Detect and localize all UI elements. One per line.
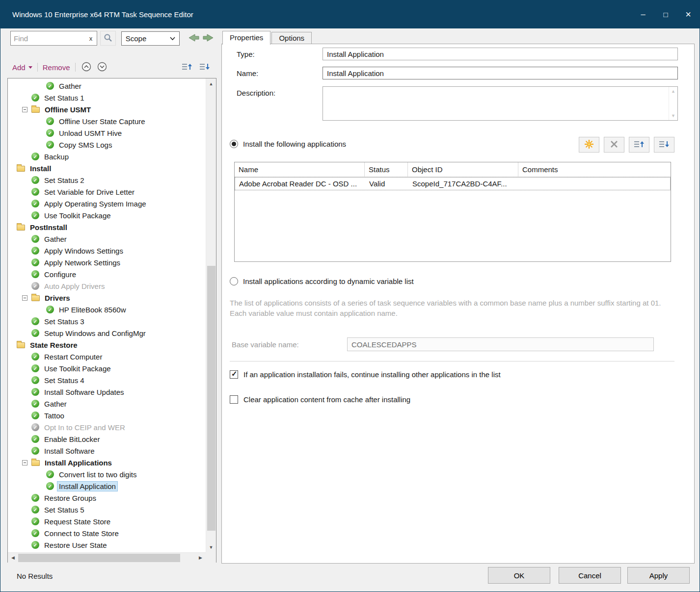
maximize-button[interactable] <box>654 0 677 28</box>
scope-dropdown[interactable]: Scope <box>121 31 180 46</box>
ok-button[interactable]: OK <box>488 567 550 584</box>
scroll-up-arrow-icon[interactable] <box>206 78 216 89</box>
find-input[interactable] <box>14 34 88 43</box>
tree-item-label: Set Status 4 <box>43 376 86 385</box>
add-button[interactable]: Add <box>12 63 32 72</box>
collapse-all-button[interactable] <box>81 61 92 73</box>
tree-item[interactable]: Set Variable for Drive Letter <box>8 186 206 198</box>
expand-all-button[interactable] <box>96 61 108 73</box>
tree-vertical-scrollbar[interactable] <box>206 78 216 552</box>
tree-item[interactable]: Install Software Updates <box>8 386 206 398</box>
tree-item[interactable]: Use Toolkit Package <box>8 209 206 221</box>
tree-collapse-expander-icon[interactable] <box>22 295 27 301</box>
move-application-up-button[interactable] <box>629 137 649 153</box>
tree-item[interactable]: Setup Windows and ConfigMgr <box>8 327 206 339</box>
column-header-comments[interactable]: Comments <box>518 162 671 177</box>
type-field[interactable] <box>323 48 678 60</box>
tree-item[interactable]: Offline USMT <box>8 103 206 115</box>
tree-item[interactable]: Tattoo <box>8 410 206 421</box>
new-application-button[interactable] <box>579 137 599 153</box>
cancel-button[interactable]: Cancel <box>559 567 621 584</box>
find-previous-button[interactable] <box>186 31 201 46</box>
base-variable-field[interactable] <box>347 337 654 351</box>
tree-item[interactable]: Apply Windows Settings <box>8 245 206 257</box>
tree-item[interactable]: Set Status 5 <box>8 504 206 515</box>
tree-item[interactable]: Gather <box>8 233 206 245</box>
apply-button[interactable]: Apply <box>627 567 690 584</box>
tree-item[interactable]: Configure <box>8 268 206 280</box>
expand-all-icon <box>97 61 108 74</box>
column-header-name[interactable]: Name <box>235 162 365 177</box>
tree-item[interactable]: Drivers <box>8 292 206 304</box>
tree-item[interactable]: Auto Apply Drivers <box>8 280 206 292</box>
install-apps-radio[interactable]: Install the following applications <box>230 140 346 148</box>
tree-item[interactable]: Apply Operating System Image <box>8 198 206 209</box>
tree-item[interactable]: Install Software <box>8 445 206 457</box>
tree-item[interactable]: Apply Network Settings <box>8 257 206 268</box>
name-field[interactable] <box>323 67 678 79</box>
description-field[interactable] <box>323 87 669 120</box>
vertical-scrollbar-thumb[interactable] <box>207 266 215 531</box>
search-button[interactable] <box>100 31 116 46</box>
application-row[interactable]: Adobe Acrobat Reader DC - OSD ...ValidSc… <box>235 177 671 190</box>
step-check-icon <box>31 94 39 102</box>
minimize-button[interactable] <box>632 0 654 28</box>
tree-item[interactable]: Set Status 3 <box>8 315 206 327</box>
tree-item[interactable]: HP EliteBook 8560w <box>8 304 206 315</box>
tree-item[interactable]: Convert list to two digits <box>8 468 206 480</box>
scroll-left-arrow-icon[interactable] <box>8 553 18 563</box>
horizontal-scrollbar-thumb[interactable] <box>18 554 180 562</box>
close-button[interactable] <box>677 0 700 28</box>
clear-find-button[interactable]: x <box>88 35 94 42</box>
tree-horizontal-scrollbar[interactable] <box>8 552 206 563</box>
tree-item[interactable]: Unload USMT Hive <box>8 127 206 139</box>
scroll-up-arrow-icon[interactable] <box>671 89 675 94</box>
tree-item[interactable]: Install <box>8 162 206 174</box>
scroll-right-arrow-icon[interactable] <box>195 553 206 563</box>
find-next-button[interactable] <box>201 31 216 46</box>
step-check-icon <box>31 506 39 514</box>
tree-item[interactable]: Use Toolkit Package <box>8 362 206 374</box>
tree-item[interactable]: State Restore <box>8 339 206 351</box>
continue-on-fail-checkbox[interactable]: If an application installation fails, co… <box>230 370 501 379</box>
tree-item[interactable]: Enable BitLocker <box>8 433 206 445</box>
tree-item-label: Backup <box>43 152 70 161</box>
tree-item[interactable]: Restore Groups <box>8 492 206 504</box>
step-check-icon <box>46 82 54 90</box>
move-step-down-button[interactable] <box>198 61 212 74</box>
tree-item[interactable]: Gather <box>8 398 206 410</box>
tree-item[interactable]: Restore User State <box>8 539 206 551</box>
tree-item[interactable]: Restart Computer <box>8 351 206 362</box>
tree-item[interactable]: Backup <box>8 151 206 162</box>
tree-item[interactable]: Set Status 1 <box>8 92 206 103</box>
tree-item[interactable]: Offline User State Capture <box>8 115 206 127</box>
tree-collapse-expander-icon[interactable] <box>22 460 27 465</box>
scroll-down-arrow-icon[interactable] <box>671 113 675 118</box>
tree-item[interactable]: Gather <box>8 80 206 92</box>
tree-item[interactable]: Install Applications <box>8 457 206 468</box>
tree-item[interactable]: PostInstall <box>8 221 206 233</box>
clear-cache-checkbox[interactable]: Clear application content from cache aft… <box>230 395 410 404</box>
find-next-icon <box>202 33 215 44</box>
tree-item[interactable]: Opt In to CEIP and WER <box>8 421 206 433</box>
scroll-down-arrow-icon[interactable] <box>206 542 216 552</box>
tree-item[interactable]: Connect to State Store <box>8 527 206 539</box>
tab-properties[interactable]: Properties <box>222 31 270 45</box>
tree-item[interactable]: Copy SMS Logs <box>8 139 206 151</box>
tab-options[interactable]: Options <box>271 32 312 44</box>
tree-item[interactable]: Request State Store <box>8 515 206 527</box>
move-application-down-button[interactable] <box>654 137 674 153</box>
checkbox-icon <box>230 370 238 379</box>
column-header-status[interactable]: Status <box>365 162 408 177</box>
tree-item[interactable]: Set Status 4 <box>8 374 206 386</box>
column-header-object-id[interactable]: Object ID <box>408 162 518 177</box>
description-scrollbar[interactable] <box>669 87 677 120</box>
move-up-icon <box>633 140 645 150</box>
tree-item[interactable]: Set Status 2 <box>8 174 206 186</box>
tree-collapse-expander-icon[interactable] <box>22 107 27 112</box>
remove-button[interactable]: Remove <box>43 63 70 72</box>
move-step-up-button[interactable] <box>180 61 194 74</box>
dynamic-list-radio[interactable]: Install applications according to dynami… <box>230 277 414 285</box>
delete-application-button[interactable] <box>604 137 624 153</box>
tree-item[interactable]: Install Application <box>8 480 206 492</box>
